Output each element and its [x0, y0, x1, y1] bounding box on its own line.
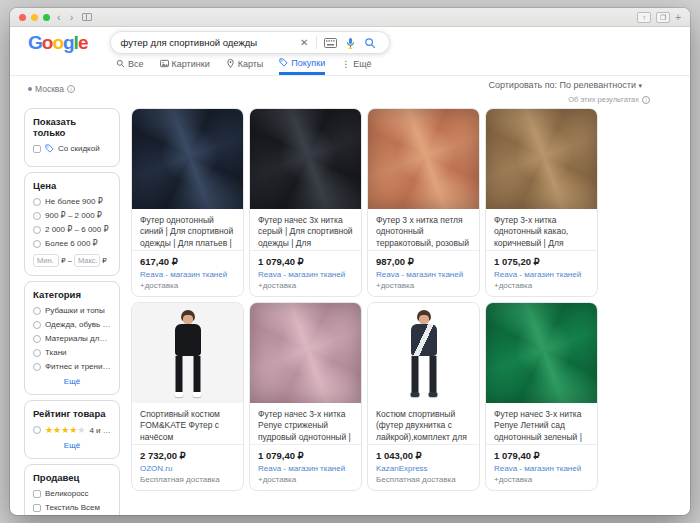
filter-option[interactable]: 2 000 ₽ – 6 000 ₽ [33, 225, 111, 234]
filter-option[interactable]: Великоросс [33, 489, 111, 498]
filters-sidebar: Показать только Со скидкой Цена Не более… [24, 108, 120, 515]
filter-option[interactable]: Со скидкой [33, 144, 111, 153]
radio-icon[interactable] [33, 307, 41, 315]
share-button[interactable]: ↑ [637, 12, 651, 23]
rating-more-link[interactable]: Ещё [33, 441, 111, 450]
back-button[interactable]: ‹ [55, 12, 63, 22]
tab-label: Ещё [353, 59, 371, 69]
product-card[interactable]: Футер однотонный синий | Для спортивной … [131, 108, 244, 297]
sidebar-toggle-icon[interactable] [82, 13, 92, 21]
search-tabs-bar: ВсеКартинкиКартыПокупки⋮Ещё [10, 54, 690, 76]
product-offer: 1 075,20 ₽ Reava - магазин тканей +доста… [486, 250, 597, 296]
filter-panel-seller: Продавец ВеликороссТекстиль ВсемТканкомa… [24, 464, 120, 515]
about-results-link[interactable]: Об этих результатах [568, 95, 650, 104]
product-card[interactable]: Футер 3 х нитка петля однотонный террако… [367, 108, 480, 297]
product-shipping: +доставка [258, 281, 353, 290]
radio-icon[interactable] [33, 363, 41, 371]
sort-dropdown[interactable]: Сортировать по: По релевантности ▾ [488, 80, 642, 90]
radio-icon[interactable] [33, 426, 41, 434]
product-offer: 1 079,40 ₽ Reava - магазин тканей +доста… [250, 250, 361, 296]
close-window-button[interactable] [19, 14, 26, 21]
category-more-link[interactable]: Ещё [33, 377, 111, 386]
search-submit-icon[interactable] [360, 37, 380, 49]
product-title[interactable]: Футер начес 3х нитка серый | Для спортив… [258, 215, 353, 250]
tab-label: Все [128, 59, 144, 69]
voice-search-icon[interactable] [341, 37, 360, 49]
location-dot-icon [28, 87, 32, 91]
currency-label: ₽ [102, 256, 107, 265]
product-seller-link[interactable]: Reava - магазин тканей [258, 464, 353, 473]
product-card[interactable]: Футер 3-х нитка однотонный какао, коричн… [485, 108, 598, 297]
search-query-text[interactable]: футер для спортивной одежды [120, 37, 295, 48]
location-indicator[interactable]: Москва [28, 84, 75, 94]
rating-option[interactable]: ★★★★★ 4 и выше [33, 425, 111, 435]
chevron-down-icon: ▾ [638, 82, 642, 89]
radio-icon[interactable] [33, 349, 41, 357]
filter-option[interactable]: Рубашки и топы [33, 306, 111, 315]
min-price-input[interactable]: Мин. [33, 254, 59, 267]
product-seller-link[interactable]: Reava - магазин тканей [494, 464, 589, 473]
product-seller-link[interactable]: Reava - магазин тканей [258, 270, 353, 279]
product-title[interactable]: Футер 3-х нитка однотонный какао, коричн… [494, 215, 577, 250]
product-title[interactable]: Костюм спортивный (футер двухнитка с лай… [376, 409, 467, 444]
tab-все[interactable]: Все [116, 54, 144, 75]
product-seller-link[interactable]: KazanExpress [376, 464, 471, 473]
filter-option-label: Великоросс [45, 489, 89, 498]
filter-option[interactable]: Более 6 000 ₽ [33, 239, 111, 248]
tab-картинки[interactable]: Картинки [160, 54, 210, 75]
product-seller-link[interactable]: Reava - магазин тканей [494, 270, 589, 279]
product-title[interactable]: Футер однотонный синий | Для спортивной … [140, 215, 233, 250]
product-seller-link[interactable]: OZON.ru [140, 464, 235, 473]
tab-карты[interactable]: Карты [226, 54, 264, 75]
product-title[interactable]: Футер начес 3-х нитка Penye стриженый пу… [258, 409, 351, 444]
checkbox-icon[interactable] [33, 145, 41, 153]
checkbox-icon[interactable] [33, 490, 41, 498]
filter-option[interactable]: Фитнес и тренировки [33, 362, 111, 371]
filter-option[interactable]: Материалы для творче... [33, 334, 111, 343]
product-title[interactable]: Футер 3 х нитка петля однотонный террако… [376, 215, 469, 250]
google-logo[interactable]: Google [28, 32, 87, 54]
product-shipping: +доставка [140, 281, 235, 290]
new-tab-button[interactable]: + [675, 12, 681, 23]
product-seller-link[interactable]: Reava - магазин тканей [140, 270, 235, 279]
filter-option[interactable]: Текстиль Всем [33, 503, 111, 512]
rating-option-label: 4 и выше [89, 426, 111, 435]
figure-part [192, 392, 201, 397]
product-card[interactable]: Спортивный костюм FOM&KATE Футер с начёс… [131, 302, 244, 491]
keyboard-icon[interactable] [320, 38, 341, 48]
filter-option[interactable]: Одежда, обувь и аксес... [33, 320, 111, 329]
product-offer: 987,00 ₽ Reava - магазин тканей +доставк… [368, 250, 479, 296]
zoom-window-button[interactable] [43, 14, 50, 21]
filter-option-label: Материалы для творче... [45, 334, 111, 343]
forward-button[interactable]: › [68, 12, 76, 22]
radio-icon[interactable] [33, 198, 41, 206]
product-title[interactable]: Спортивный костюм FOM&KATE Футер с начёс… [140, 409, 220, 442]
product-image [368, 303, 479, 403]
product-title[interactable]: Футер начес 3-х нитка Penye Летний сад о… [494, 409, 582, 444]
figure-part [419, 315, 429, 324]
product-card[interactable]: Футер начес 3-х нитка Penye Летний сад о… [485, 302, 598, 491]
filter-option[interactable]: Не более 900 ₽ [33, 197, 111, 206]
filter-option-label: Одежда, обувь и аксес... [45, 320, 111, 329]
search-input[interactable]: футер для спортивной одежды ✕ [110, 31, 390, 54]
max-price-input[interactable]: Макс. [74, 254, 100, 267]
radio-icon[interactable] [33, 212, 41, 220]
radio-icon[interactable] [33, 335, 41, 343]
location-info-icon[interactable] [67, 85, 75, 93]
filter-option[interactable]: Ткани [33, 348, 111, 357]
tab-покупки[interactable]: Покупки [279, 54, 325, 75]
filter-option[interactable]: 900 ₽ – 2 000 ₽ [33, 211, 111, 220]
product-card[interactable]: Футер начес 3-х нитка Penye стриженый пу… [249, 302, 362, 491]
radio-icon[interactable] [33, 321, 41, 329]
radio-icon[interactable] [33, 240, 41, 248]
checkbox-icon[interactable] [33, 504, 41, 512]
minimize-window-button[interactable] [31, 14, 38, 21]
product-card[interactable]: Футер начес 3х нитка серый | Для спортив… [249, 108, 362, 297]
tab-ещё[interactable]: ⋮Ещё [341, 54, 371, 75]
radio-icon[interactable] [33, 226, 41, 234]
product-seller-link[interactable]: Reava - магазин тканей [376, 270, 471, 279]
tabs-overview-button[interactable]: ❐ [656, 12, 670, 23]
clear-search-icon[interactable]: ✕ [295, 37, 313, 48]
product-card[interactable]: Костюм спортивный (футер двухнитка с лай… [367, 302, 480, 491]
product-image [368, 109, 479, 209]
